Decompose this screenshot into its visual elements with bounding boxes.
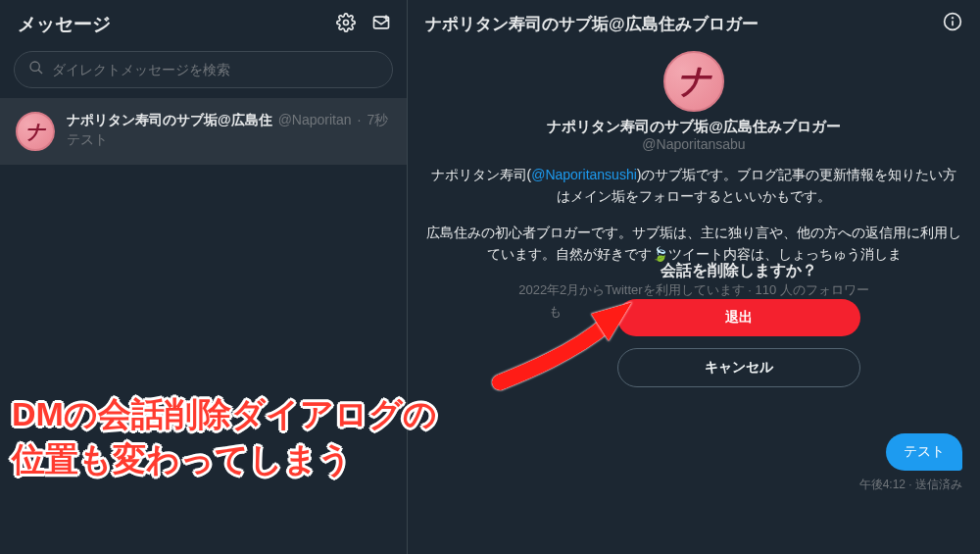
dialog-leave-button[interactable]: 退出 (617, 299, 860, 336)
delete-conversation-dialog: 会話を削除しますか？ 退出 キャンセル (617, 261, 860, 399)
sent-message-meta: 午後4:12 · 送信済み (859, 477, 962, 493)
svg-point-0 (30, 62, 39, 71)
bio-mention-link[interactable]: @Naporitansushi (531, 167, 637, 182)
search-icon (28, 60, 44, 79)
settings-icon[interactable] (336, 13, 356, 36)
dm-item-handle: @Naporitan (278, 112, 352, 129)
sent-message-bubble[interactable]: テスト (886, 433, 962, 471)
dm-item-preview: テスト (67, 131, 391, 149)
svg-point-4 (952, 17, 954, 19)
meta2-a: も (549, 304, 562, 319)
messages-header-actions (336, 13, 391, 36)
profile-handle: @Naporitansabu (425, 136, 962, 152)
bio-text-4: ツイート内容は、しょっちゅう消しま (668, 246, 902, 262)
new-message-icon[interactable] (371, 13, 391, 36)
messages-pane: メッセージ ナ ナポリタン寿司のサブ垢@広島住 @Naporitan (0, 0, 408, 554)
chat-area: テスト 午後4:12 · 送信済み (859, 433, 962, 493)
dm-search-wrap (0, 47, 407, 98)
svg-line-1 (38, 70, 42, 74)
profile-bio-2: 広島住みの初心者ブロガーです。サブ垢は、主に独り言や、他の方への返信用に利用して… (425, 222, 962, 266)
dm-item-sep: · (358, 112, 362, 129)
dm-item-time: 7秒 (367, 112, 388, 129)
dm-search-input[interactable] (52, 62, 378, 77)
messages-title: メッセージ (18, 12, 111, 37)
leaf-icon: 🍃 (652, 246, 668, 262)
dm-conversation-item[interactable]: ナ ナポリタン寿司のサブ垢@広島住 @Naporitan · 7秒 テスト (0, 98, 407, 165)
dm-item-name: ナポリタン寿司のサブ垢@広島住 (67, 112, 272, 129)
conversation-header: ナポリタン寿司のサブ垢@広島住みブロガー (408, 0, 980, 45)
avatar: ナ (16, 112, 55, 151)
dm-item-header: ナポリタン寿司のサブ垢@広島住 @Naporitan · 7秒 (67, 112, 391, 129)
profile-avatar: ナ (663, 51, 724, 112)
profile-display-name: ナポリタン寿司のサブ垢@広島住みブロガー (425, 118, 962, 136)
dm-search-box[interactable] (14, 51, 393, 88)
profile-bio: ナポリタン寿司(@Naporitansushi)のサブ垢です。ブログ記事の更新情… (425, 164, 962, 208)
conversation-title: ナポリタン寿司のサブ垢@広島住みブロガー (425, 13, 759, 35)
dialog-cancel-button[interactable]: キャンセル (617, 348, 860, 387)
dialog-title: 会話を削除しますか？ (617, 261, 860, 281)
messages-header: メッセージ (0, 0, 407, 47)
bio-text-1: ナポリタン寿司( (431, 167, 532, 182)
info-icon[interactable] (943, 12, 962, 35)
dm-list: ナ ナポリタン寿司のサブ垢@広島住 @Naporitan · 7秒 テスト (0, 98, 407, 554)
dm-item-body: ナポリタン寿司のサブ垢@広島住 @Naporitan · 7秒 テスト (67, 112, 391, 151)
